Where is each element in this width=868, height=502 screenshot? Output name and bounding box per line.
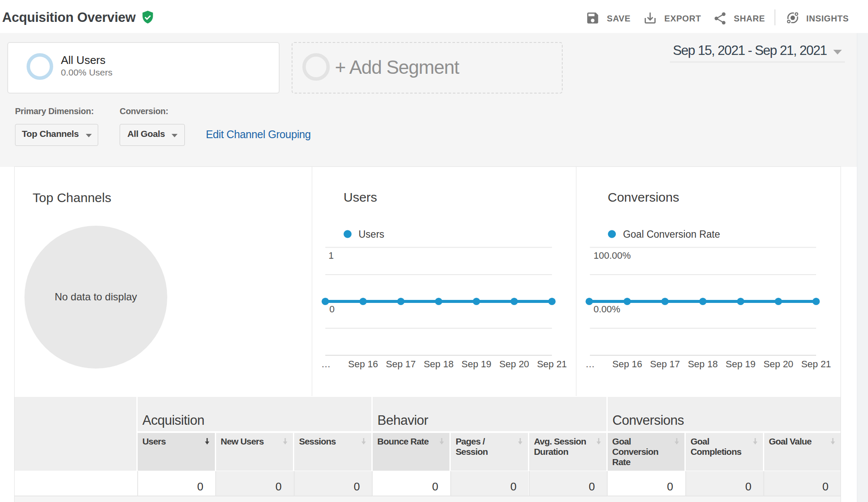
svg-text:…: … [321,359,331,369]
svg-text:Sep 16: Sep 16 [612,359,642,369]
svg-text:Sep 19: Sep 19 [461,359,491,369]
svg-text:Goal Conversion Rate: Goal Conversion Rate [623,229,720,240]
svg-text:1: 1 [329,250,334,261]
svg-text:Sep 21: Sep 21 [537,359,567,369]
svg-text:100.00%: 100.00% [594,250,631,261]
svg-text:Sep 18: Sep 18 [424,359,454,369]
svg-text:Sep 21: Sep 21 [801,359,831,369]
svg-text:Users: Users [359,229,384,240]
svg-text:0: 0 [329,304,335,315]
svg-text:Users: Users [344,190,377,204]
svg-text:Sep 19: Sep 19 [726,359,756,369]
svg-text:Sep 16: Sep 16 [348,359,378,369]
svg-text:0.00%: 0.00% [594,304,620,315]
svg-text:…: … [585,359,595,369]
svg-text:Sep 17: Sep 17 [650,359,680,369]
svg-text:Sep 17: Sep 17 [386,359,416,369]
svg-text:Sep 18: Sep 18 [688,359,718,369]
svg-text:Conversions: Conversions [608,190,679,204]
svg-text:Sep 20: Sep 20 [499,359,529,369]
svg-text:Sep 20: Sep 20 [763,359,793,369]
